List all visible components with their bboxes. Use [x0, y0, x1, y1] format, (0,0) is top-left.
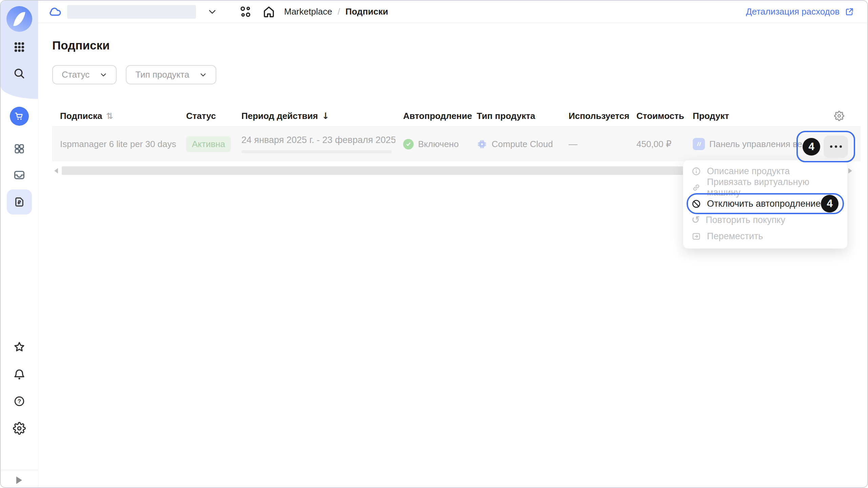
page-title: Подписки: [52, 39, 867, 52]
svg-text:?: ?: [18, 398, 21, 404]
status-badge: Активна: [186, 136, 231, 152]
actions-highlight-ring: 4: [796, 131, 855, 162]
expenses-details-link[interactable]: Детализация расходов: [746, 6, 854, 17]
cell-used: —: [561, 139, 629, 149]
col-product: Продукт: [685, 111, 818, 121]
col-period[interactable]: Период действия ↓: [234, 111, 395, 121]
sidebar-top-panel-curve: [1, 86, 38, 99]
breadcrumb-separator: /: [338, 6, 340, 17]
app-window: ₽ ?: [0, 0, 868, 488]
info-icon: [691, 166, 701, 176]
cell-status: Активна: [178, 136, 234, 152]
sort-both-icon[interactable]: ⇅: [106, 111, 113, 121]
col-status: Статус: [178, 111, 234, 121]
marketplace-cart-icon[interactable]: [1, 107, 38, 126]
svg-text:₽: ₽: [18, 200, 21, 206]
cell-subscription-name: Ispmanager 6 lite per 30 days: [52, 139, 178, 149]
table-row[interactable]: Ispmanager 6 lite per 30 days Активна 24…: [52, 127, 861, 161]
step-badge: 4: [803, 138, 820, 156]
col-used: Используется: [561, 111, 629, 121]
block-icon: [691, 199, 701, 209]
dashboard-icon[interactable]: [1, 143, 38, 155]
product-logo-icon: [693, 138, 705, 150]
bell-icon[interactable]: [1, 368, 38, 381]
chevron-down-icon: [199, 71, 207, 79]
move-folder-icon: [691, 231, 701, 241]
cloud-logo-icon[interactable]: [6, 6, 32, 32]
check-circle-icon: [403, 139, 414, 149]
star-icon[interactable]: [1, 341, 38, 353]
scroll-left-icon[interactable]: [54, 168, 58, 174]
cell-period: 24 января 2025 г. - 23 февраля 2025 г.: [234, 135, 395, 153]
apps-grid-icon[interactable]: [1, 41, 38, 53]
home-icon[interactable]: [262, 5, 276, 19]
table-settings-gear-icon[interactable]: [818, 111, 861, 121]
menu-item-attach-vm[interactable]: Привязать виртуальную машину: [683, 179, 847, 196]
filter-product-type[interactable]: Тип продукта: [126, 65, 216, 84]
cell-autorenew: Включено: [395, 139, 469, 149]
inbox-icon[interactable]: [1, 168, 38, 181]
menu-item-disable-autorenew[interactable]: Отключить автопродление 4: [683, 196, 847, 212]
search-icon[interactable]: [1, 67, 38, 80]
main-content: Подписки Статус Тип продукта Подписка ⇅: [38, 23, 867, 487]
col-autorenew: Автопродление: [395, 111, 469, 121]
ellipsis-icon: [830, 145, 832, 148]
col-product-type: Тип продукта: [469, 111, 561, 121]
breadcrumb: Marketplace / Подписки: [284, 6, 388, 17]
sidebar-divider: [1, 470, 38, 470]
period-progress-bar: [241, 150, 392, 153]
topbar: Marketplace / Подписки Детализация расхо…: [38, 1, 867, 23]
col-price: Стоимость: [629, 111, 685, 121]
help-icon[interactable]: ?: [1, 395, 38, 407]
link-icon: [691, 183, 701, 192]
services-icon[interactable]: [239, 5, 252, 19]
cell-price: 450,00 ₽: [629, 139, 685, 149]
step-badge: 4: [821, 195, 839, 212]
billing-icon[interactable]: ₽: [1, 189, 38, 215]
row-actions-button[interactable]: [824, 136, 848, 158]
table-header: Подписка ⇅ Статус Период действия ↓ Авто…: [52, 105, 861, 127]
menu-item-repeat-purchase[interactable]: ↺ Повторить покупку: [683, 212, 847, 228]
cloud-icon: [48, 5, 62, 19]
sidebar: ₽ ?: [1, 1, 38, 487]
breadcrumb-marketplace[interactable]: Marketplace: [284, 6, 332, 17]
filters: Статус Тип продукта: [52, 65, 867, 84]
row-context-menu: Описание продукта Привязать виртуальную …: [683, 160, 848, 249]
chevron-down-icon: [100, 71, 107, 79]
repeat-icon: ↺: [691, 215, 700, 225]
sort-desc-icon[interactable]: ↓: [322, 111, 330, 121]
col-subscription[interactable]: Подписка ⇅: [52, 111, 178, 121]
cell-product-type: Compute Cloud: [469, 139, 561, 149]
filter-status[interactable]: Статус: [52, 65, 117, 84]
scroll-right-icon[interactable]: [848, 168, 852, 174]
chevron-down-icon[interactable]: [208, 7, 217, 17]
breadcrumb-current: Подписки: [346, 6, 388, 17]
expand-icon[interactable]: [16, 476, 22, 484]
external-link-icon: [844, 7, 854, 17]
compute-cloud-chip-icon: [477, 139, 487, 149]
menu-item-move[interactable]: Переместить: [683, 228, 847, 244]
cloud-selector-field[interactable]: [67, 5, 196, 19]
gear-icon[interactable]: [1, 422, 38, 435]
